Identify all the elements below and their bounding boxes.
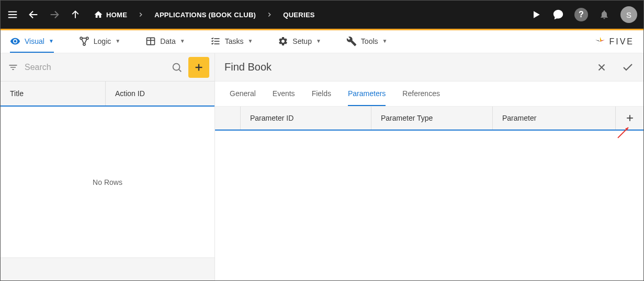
nav-label: Logic xyxy=(94,37,111,45)
breadcrumb-label: HOME xyxy=(106,11,127,19)
column-parameter[interactable]: Parameter xyxy=(492,107,615,130)
topbar-right: ? S xyxy=(530,6,637,23)
topbar: HOME APPLICATIONS (BOOK CLUB) QUERIES ? xyxy=(1,1,643,29)
tab-events[interactable]: Events xyxy=(273,81,295,106)
breadcrumb-label: QUERIES xyxy=(283,11,315,19)
nav-visual[interactable]: Visual ▼ xyxy=(10,30,54,53)
breadcrumb-home[interactable]: HOME xyxy=(94,10,127,19)
column-parameter-id[interactable]: Parameter ID xyxy=(240,107,371,130)
tab-references[interactable]: References xyxy=(402,81,440,106)
close-icon[interactable] xyxy=(595,61,608,74)
caret-down-icon: ▼ xyxy=(115,38,120,44)
nav-label: Tools xyxy=(361,37,378,45)
caret-down-icon: ▼ xyxy=(316,38,321,44)
tab-fields[interactable]: Fields xyxy=(312,81,331,106)
svg-marker-19 xyxy=(596,42,600,45)
nav-label: Setup xyxy=(292,37,312,45)
svg-line-22 xyxy=(179,69,181,72)
nav-label: Visual xyxy=(25,37,44,45)
eye-icon xyxy=(10,36,20,46)
gear-icon xyxy=(278,36,288,46)
logo-text: FIVE xyxy=(609,37,634,46)
tab-parameters[interactable]: Parameters xyxy=(348,81,386,106)
help-icon[interactable]: ? xyxy=(574,8,588,21)
tasks-icon xyxy=(210,36,221,46)
column-parameter-type[interactable]: Parameter Type xyxy=(371,107,492,130)
chevron-right-icon xyxy=(265,10,274,19)
chevron-right-icon xyxy=(137,10,145,19)
search-icon[interactable] xyxy=(170,60,184,75)
add-button[interactable] xyxy=(188,57,209,78)
svg-marker-18 xyxy=(600,42,604,45)
detail-actions xyxy=(595,61,634,74)
svg-marker-30 xyxy=(625,127,628,131)
logic-icon xyxy=(79,36,89,46)
param-table-header: Parameter ID Parameter Type Parameter xyxy=(215,107,643,131)
nav-data[interactable]: Data ▼ xyxy=(145,30,185,53)
content: Title Action ID No Rows Find Book Genera… xyxy=(1,53,643,280)
empty-text: No Rows xyxy=(93,178,122,186)
empty-state: No Rows xyxy=(1,107,214,257)
breadcrumb: HOME APPLICATIONS (BOOK CLUB) QUERIES xyxy=(94,10,315,19)
back-icon[interactable] xyxy=(28,9,39,20)
play-icon[interactable] xyxy=(530,9,542,20)
search-row xyxy=(1,53,214,81)
arrow-annotation-icon xyxy=(617,123,632,139)
logo: FIVE xyxy=(594,36,634,48)
caret-down-icon: ▼ xyxy=(180,38,185,44)
bell-icon[interactable] xyxy=(598,9,610,20)
logo-mark-icon xyxy=(594,36,606,48)
column-action-id[interactable]: Action ID xyxy=(105,81,214,106)
detail-title: Find Book xyxy=(224,61,272,73)
up-icon[interactable] xyxy=(70,9,81,20)
search-input[interactable] xyxy=(25,63,165,72)
topbar-left: HOME APPLICATIONS (BOOK CLUB) QUERIES xyxy=(7,9,315,20)
svg-marker-20 xyxy=(595,40,600,42)
column-title[interactable]: Title xyxy=(1,81,105,106)
menu-icon[interactable] xyxy=(7,9,18,20)
nav-label: Data xyxy=(160,37,176,45)
caret-down-icon: ▼ xyxy=(382,38,388,44)
caret-down-icon: ▼ xyxy=(49,38,54,44)
filter-icon[interactable] xyxy=(6,60,20,75)
nav-tools[interactable]: Tools ▼ xyxy=(346,30,388,53)
forward-icon xyxy=(49,9,60,20)
svg-marker-6 xyxy=(534,11,540,18)
nav-label: Tasks xyxy=(225,37,244,45)
breadcrumb-queries[interactable]: QUERIES xyxy=(283,11,315,19)
breadcrumb-label: APPLICATIONS (BOOK CLUB) xyxy=(154,11,256,19)
detail-header: Find Book xyxy=(215,53,643,81)
nav-tasks[interactable]: Tasks ▼ xyxy=(210,30,253,53)
confirm-icon[interactable] xyxy=(622,61,634,74)
avatar-initial: S xyxy=(626,10,631,19)
list-header: Title Action ID xyxy=(1,81,214,107)
left-panel: Title Action ID No Rows xyxy=(1,53,215,280)
nav-logic[interactable]: Logic ▼ xyxy=(79,30,120,53)
detail-panel: Find Book General Events Fields Paramete… xyxy=(215,53,643,280)
left-footer xyxy=(1,257,214,280)
breadcrumb-applications[interactable]: APPLICATIONS (BOOK CLUB) xyxy=(154,11,256,19)
main-nav: Visual ▼ Logic ▼ Data ▼ Tasks ▼ Setup ▼ … xyxy=(1,30,643,53)
add-parameter-button[interactable] xyxy=(615,107,643,130)
chat-icon[interactable] xyxy=(552,9,564,20)
caret-down-icon: ▼ xyxy=(247,38,253,44)
svg-point-21 xyxy=(173,63,180,70)
tab-general[interactable]: General xyxy=(230,81,256,106)
detail-tabs: General Events Fields Parameters Referen… xyxy=(215,81,643,107)
tools-icon xyxy=(346,36,357,46)
svg-line-29 xyxy=(618,127,628,138)
nav-setup[interactable]: Setup ▼ xyxy=(278,30,321,53)
avatar[interactable]: S xyxy=(620,6,637,23)
table-icon xyxy=(145,36,156,46)
